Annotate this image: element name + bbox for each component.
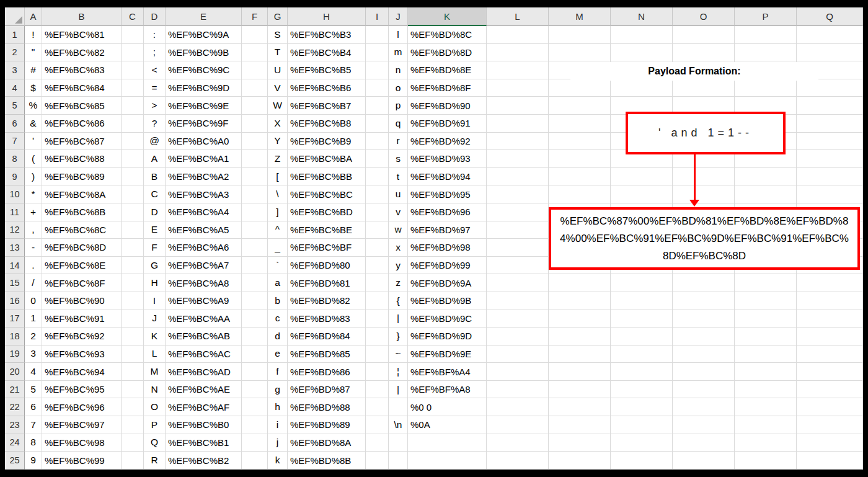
cell-H17[interactable]: %EF%BD%83 — [288, 310, 366, 328]
cell-Q18[interactable] — [797, 328, 863, 345]
cell-H24[interactable]: %EF%BD%8A — [288, 434, 366, 452]
cell-I11[interactable] — [366, 203, 389, 221]
cell-A9[interactable]: ) — [25, 168, 42, 186]
cell-H1[interactable]: %EF%BC%B3 — [288, 26, 366, 44]
cell-E6[interactable]: %EF%BC%9F — [166, 115, 242, 133]
row-header-8[interactable]: 8 — [5, 150, 25, 168]
cell-Q23[interactable] — [797, 416, 863, 434]
cell-K22[interactable]: %0 0 — [408, 398, 487, 416]
cell-G13[interactable]: _ — [268, 239, 288, 257]
cell-P15[interactable] — [735, 274, 797, 292]
cell-J8[interactable]: s — [389, 150, 408, 168]
cell-P21[interactable] — [735, 381, 797, 399]
cell-N24[interactable] — [611, 434, 673, 452]
cell-B7[interactable]: %EF%BC%87 — [42, 133, 122, 151]
cell-J24[interactable] — [389, 434, 408, 452]
cell-K3[interactable]: %EF%BD%8E — [408, 61, 487, 79]
cell-O1[interactable] — [673, 26, 735, 44]
cell-L23[interactable] — [487, 416, 549, 434]
cell-Q2[interactable] — [797, 44, 863, 62]
cell-I12[interactable] — [366, 221, 389, 239]
cell-G17[interactable]: c — [268, 310, 288, 328]
cell-D24[interactable]: Q — [144, 434, 166, 452]
cell-E8[interactable]: %EF%BC%A1 — [166, 150, 242, 168]
cell-E10[interactable]: %EF%BC%A3 — [166, 185, 242, 203]
cell-G16[interactable]: b — [268, 292, 288, 310]
cell-K14[interactable]: %EF%BD%99 — [408, 257, 487, 275]
cell-M18[interactable] — [549, 328, 611, 345]
cell-O15[interactable] — [673, 274, 735, 292]
cell-J4[interactable]: o — [389, 79, 408, 97]
cell-Q20[interactable] — [797, 363, 863, 381]
cell-P20[interactable] — [735, 363, 797, 381]
cell-L18[interactable] — [487, 328, 549, 345]
row-header-2[interactable]: 2 — [5, 44, 25, 62]
cell-Q9[interactable] — [797, 168, 863, 186]
row-header-25[interactable]: 25 — [5, 452, 25, 470]
cell-E11[interactable]: %EF%BC%A4 — [166, 203, 242, 221]
cell-D7[interactable]: @ — [144, 133, 166, 151]
cell-L21[interactable] — [487, 381, 549, 399]
cell-G2[interactable]: T — [268, 44, 288, 62]
cell-G7[interactable]: Y — [268, 133, 288, 151]
cell-G10[interactable]: \ — [268, 185, 288, 203]
cell-I7[interactable] — [366, 133, 389, 151]
cell-H13[interactable]: %EF%BC%BF — [288, 239, 366, 257]
cell-N16[interactable] — [611, 292, 673, 310]
cell-A21[interactable]: 5 — [25, 381, 42, 399]
cell-A13[interactable]: - — [25, 239, 42, 257]
cell-K8[interactable]: %EF%BD%93 — [408, 150, 487, 168]
column-header-G[interactable]: G — [268, 7, 288, 26]
cell-K10[interactable]: %EF%BD%95 — [408, 185, 487, 203]
cell-B20[interactable]: %EF%BC%94 — [42, 363, 122, 381]
cell-D22[interactable]: O — [144, 398, 166, 416]
cell-C12[interactable] — [122, 221, 144, 239]
cell-G4[interactable]: V — [268, 79, 288, 97]
cell-A5[interactable]: % — [25, 97, 42, 115]
cell-H8[interactable]: %EF%BC%BA — [288, 150, 366, 168]
cell-G20[interactable]: f — [268, 363, 288, 381]
cell-F12[interactable] — [242, 221, 268, 239]
cell-F13[interactable] — [242, 239, 268, 257]
cell-I5[interactable] — [366, 97, 389, 115]
cell-F9[interactable] — [242, 168, 268, 186]
cell-A24[interactable]: 8 — [25, 434, 42, 452]
column-header-N[interactable]: N — [611, 7, 673, 26]
cell-B15[interactable]: %EF%BC%8F — [42, 274, 122, 292]
cell-H5[interactable]: %EF%BC%B7 — [288, 97, 366, 115]
cell-L11[interactable] — [487, 203, 549, 221]
cell-E1[interactable]: %EF%BC%9A — [166, 26, 242, 44]
row-header-15[interactable]: 15 — [5, 274, 25, 292]
cell-D10[interactable]: C — [144, 185, 166, 203]
cell-Q25[interactable] — [797, 452, 863, 470]
cell-L9[interactable] — [487, 168, 549, 186]
cell-Q19[interactable] — [797, 345, 863, 363]
cell-N9[interactable] — [611, 168, 673, 186]
cell-L1[interactable] — [487, 26, 549, 44]
cell-D5[interactable]: > — [144, 97, 166, 115]
encoded-payload-box[interactable]: %EF%BC%87%00%EF%BD%81%EF%BD%8E%EF%BD%84%… — [549, 207, 860, 270]
cell-J25[interactable] — [389, 452, 408, 470]
cell-M19[interactable] — [549, 345, 611, 363]
cell-Q1[interactable] — [797, 26, 863, 44]
cell-L19[interactable] — [487, 345, 549, 363]
cell-C9[interactable] — [122, 168, 144, 186]
cell-B2[interactable]: %EF%BC%82 — [42, 44, 122, 62]
cell-B9[interactable]: %EF%BC%89 — [42, 168, 122, 186]
cell-C3[interactable] — [122, 61, 144, 79]
cell-J7[interactable]: r — [389, 133, 408, 151]
cell-F2[interactable] — [242, 44, 268, 62]
cell-G1[interactable]: S — [268, 26, 288, 44]
row-header-6[interactable]: 6 — [5, 115, 25, 133]
cell-N19[interactable] — [611, 345, 673, 363]
cell-A15[interactable]: / — [25, 274, 42, 292]
cell-O25[interactable] — [673, 452, 735, 470]
column-header-C[interactable]: C — [122, 7, 144, 26]
cell-L4[interactable] — [487, 79, 549, 97]
cell-J20[interactable]: ¦ — [389, 363, 408, 381]
cell-F16[interactable] — [242, 292, 268, 310]
cell-F15[interactable] — [242, 274, 268, 292]
cell-F7[interactable] — [242, 133, 268, 151]
cell-L12[interactable] — [487, 221, 549, 239]
cell-K2[interactable]: %EF%BD%8D — [408, 44, 487, 62]
